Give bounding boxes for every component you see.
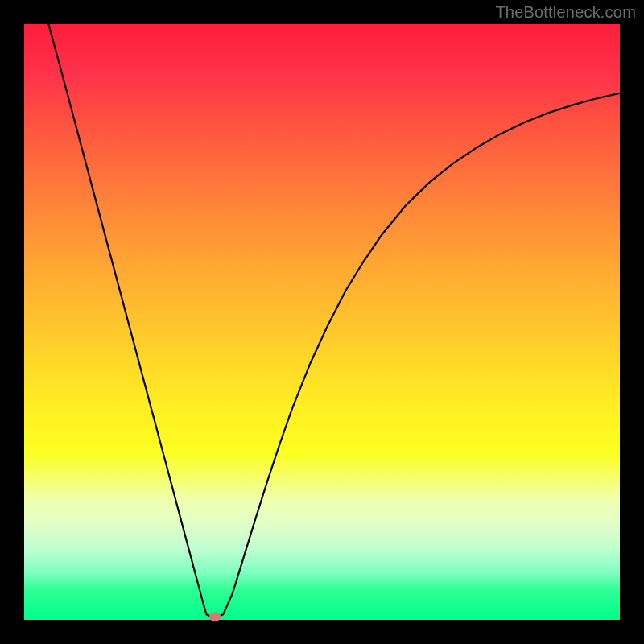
chart-frame: TheBottleneck.com [0, 0, 644, 644]
v-curve [48, 24, 620, 617]
curve-svg [24, 24, 620, 620]
attribution-text: TheBottleneck.com [495, 3, 636, 22]
plot-area [24, 24, 620, 620]
minimum-marker [209, 612, 221, 621]
